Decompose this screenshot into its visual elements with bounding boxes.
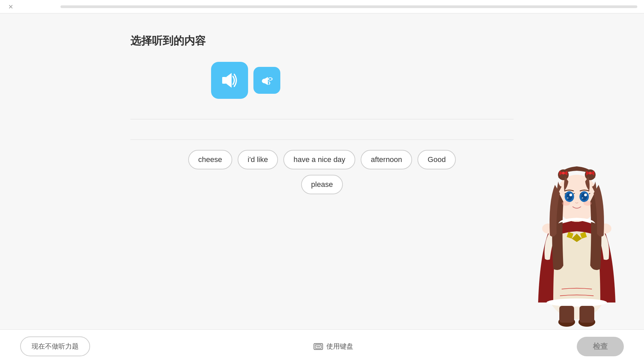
bottom-bar: 现在不做听力题 使用键盘 检查 <box>0 329 644 363</box>
svg-rect-33 <box>319 345 319 346</box>
word-chip-good[interactable]: Good <box>417 150 456 169</box>
audio-section <box>130 62 514 99</box>
svg-point-23 <box>582 197 583 199</box>
svg-rect-28 <box>559 306 574 323</box>
bottom-divider <box>130 139 514 140</box>
svg-point-22 <box>567 197 568 199</box>
svg-rect-0 <box>222 77 226 84</box>
word-chip-cheese[interactable]: cheese <box>188 150 232 169</box>
svg-point-14 <box>562 172 565 174</box>
svg-point-20 <box>569 194 572 196</box>
skip-listening-button[interactable]: 现在不做听力题 <box>20 336 90 356</box>
word-chips-row-2: please <box>130 175 514 194</box>
word-chip-afternoon[interactable]: afternoon <box>361 150 412 169</box>
keyboard-svg <box>315 344 322 349</box>
svg-point-21 <box>584 194 587 196</box>
svg-rect-32 <box>317 345 318 346</box>
svg-rect-35 <box>316 347 320 347</box>
svg-rect-29 <box>579 306 594 323</box>
slow-audio-button[interactable] <box>253 67 280 94</box>
svg-rect-34 <box>320 345 321 346</box>
top-bar: × <box>0 0 644 13</box>
svg-point-25 <box>583 201 592 206</box>
svg-marker-3 <box>265 77 268 85</box>
svg-marker-1 <box>226 73 232 88</box>
word-chips-section: cheese i'd like have a nice day afternoo… <box>130 150 514 194</box>
word-chips-row-1: cheese i'd like have a nice day afternoo… <box>130 150 514 169</box>
svg-point-5 <box>269 78 272 80</box>
play-audio-button[interactable] <box>211 62 248 99</box>
close-button[interactable]: × <box>5 1 16 12</box>
svg-point-15 <box>589 172 592 174</box>
keyboard-icon <box>314 343 323 350</box>
page-title: 选择听到的内容 <box>130 34 514 48</box>
svg-point-24 <box>562 201 570 206</box>
svg-rect-31 <box>316 345 317 346</box>
keyboard-hint[interactable]: 使用键盘 <box>314 342 353 351</box>
keyboard-label: 使用键盘 <box>326 342 353 351</box>
character-svg <box>530 134 624 329</box>
check-button[interactable]: 检查 <box>577 337 624 356</box>
answer-display-area <box>130 119 514 139</box>
character-illustration <box>530 134 624 329</box>
svg-point-7 <box>547 298 607 307</box>
main-content: 选择听到的内容 <box>130 13 514 194</box>
slow-speaker-icon <box>260 74 274 87</box>
word-chip-id-like[interactable]: i'd like <box>238 150 278 169</box>
word-chip-have-a-nice-day[interactable]: have a nice day <box>283 150 355 169</box>
progress-bar <box>61 5 637 8</box>
speaker-icon <box>220 71 239 90</box>
word-chip-please[interactable]: please <box>301 175 343 194</box>
